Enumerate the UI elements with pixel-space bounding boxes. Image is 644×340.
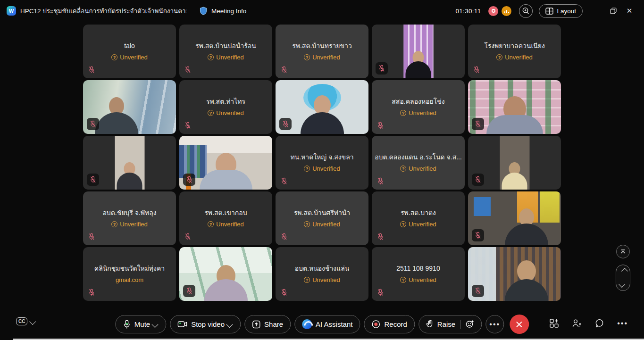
participant-status: ?Unverified (400, 276, 436, 283)
participant-tile[interactable]: talo?Unverified (83, 25, 176, 78)
mic-muted-icon (183, 174, 195, 186)
participant-tile[interactable] (179, 247, 272, 301)
mic-muted-icon (280, 177, 289, 186)
leave-meeting-button[interactable] (510, 315, 529, 334)
participant-status: ?Unverified (400, 109, 436, 116)
participant-name: รพ.สต.บ้านบ่อน้ำร้อน (195, 42, 256, 50)
toolbar: CC Mute Stop (0, 315, 644, 334)
mic-muted-icon (472, 229, 484, 241)
participant-tile[interactable] (468, 136, 561, 190)
share-button[interactable]: Share (244, 315, 291, 333)
participant-info: สสอ.คลองหอยโข่ง?Unverified (372, 80, 465, 134)
scroll-up-button[interactable] (621, 268, 627, 274)
participant-tile[interactable]: รพ.สต.บาตง?Unverified (372, 191, 465, 245)
mic-muted-icon (184, 121, 192, 131)
participant-status-label: Unverified (312, 276, 340, 283)
more-right-button[interactable]: ••• (617, 321, 628, 326)
participant-tile[interactable] (83, 136, 176, 190)
ai-assistant-label: AI Assistant (316, 320, 352, 328)
question-circle-icon: ? (208, 110, 214, 116)
question-circle-icon: ? (400, 221, 406, 227)
restore-button[interactable] (605, 4, 621, 18)
participant-tile[interactable] (276, 80, 368, 134)
participant-status-label: Unverified (312, 221, 340, 228)
participant-info: รพ.สต.เขากอบ?Unverified (179, 191, 272, 245)
close-button[interactable]: ✕ (621, 4, 637, 18)
mic-muted-icon (376, 62, 388, 75)
mute-button[interactable]: Mute (115, 315, 166, 333)
scroll-to-top-button[interactable] (616, 245, 630, 258)
layout-grid-icon (545, 8, 553, 15)
participant-tile[interactable]: รพ.สต.บ้านศรีท่าน้ำ?Unverified (276, 191, 368, 245)
mic-muted-icon (88, 66, 96, 75)
scroll-down-button[interactable] (619, 281, 625, 288)
ellipsis-icon: ••• (489, 322, 500, 327)
participant-tile[interactable]: อบต.ชัยบุรี จ.พัทลุง?Unverified (83, 191, 176, 245)
participant-info: อบต.คลองแดน อ.ระโนด จ.ส...?Unverified (372, 136, 465, 190)
captions-button[interactable]: CC (16, 317, 36, 325)
person-silhouette (492, 191, 561, 245)
page-scroller (616, 265, 630, 291)
participant-status-label: Unverified (409, 165, 436, 172)
mic-muted-icon (88, 288, 96, 298)
recording-indicator-icon[interactable] (488, 6, 498, 16)
participant-name: talo (124, 42, 135, 50)
stop-video-button[interactable]: Stop video (170, 315, 241, 333)
participant-tile[interactable]: รพ.สต.เขากอบ?Unverified (179, 191, 272, 245)
participant-tile[interactable] (468, 247, 561, 301)
participant-tile[interactable]: รพ.สต.ท่าไทร?Unverified (179, 80, 272, 134)
meeting-info-button[interactable]: Meeting Info (200, 7, 246, 15)
share-label: Share (264, 320, 283, 328)
mic-muted-icon (279, 118, 292, 130)
microphone-icon (123, 320, 131, 329)
participant-tile[interactable] (179, 136, 272, 190)
layout-button[interactable]: Layout (539, 4, 583, 18)
participant-info: คลินิกชุมชนวัดใหม่ทุ่งคาgmail.com (83, 247, 176, 301)
mic-muted-icon (280, 232, 289, 242)
minimize-button[interactable]: — (589, 4, 605, 18)
participant-tile[interactable]: อบต.คลองแดน อ.ระโนด จ.ส...?Unverified (372, 136, 465, 190)
participant-status: ?Unverified (496, 54, 533, 61)
apps-button[interactable] (549, 318, 559, 328)
emoji-reaction-icon[interactable] (465, 320, 474, 329)
participant-tile[interactable]: โรงพยาบาลควนเนียง?Unverified (468, 25, 561, 78)
participant-info: รพ.สต.บ้านศรีท่าน้ำ?Unverified (276, 191, 368, 245)
chat-button[interactable] (594, 318, 604, 328)
record-button[interactable]: Record (364, 315, 414, 333)
stop-video-label: Stop video (191, 320, 225, 328)
participant-tile[interactable] (83, 80, 176, 134)
participant-tile[interactable]: คลินิกชุมชนวัดใหม่ทุ่งคาgmail.com (83, 247, 176, 301)
meeting-title: HPC12 ประชุมขับเคลื่อนการทำบัตรประจำตัวเ… (20, 6, 186, 16)
participant-status-label: gmail.com (116, 276, 143, 283)
question-circle-icon: ? (304, 221, 310, 227)
participant-status-label: Unverified (505, 54, 533, 61)
ai-assistant-button[interactable]: AI Assistant (294, 315, 360, 333)
participant-info: โรงพยาบาลควนเนียง?Unverified (468, 25, 561, 78)
participant-status: ?Unverified (304, 54, 340, 61)
participant-tile[interactable]: อบต.หนองช้างแล่น?Unverified (276, 247, 368, 301)
mic-muted-icon (376, 121, 385, 131)
participant-tile[interactable]: ทน.หาดใหญ่ จ.สงขลา?Unverified (276, 136, 368, 190)
participant-status-label: Unverified (120, 54, 148, 61)
participant-info: รพ.สต.บ้านบ่อน้ำร้อน?Unverified (179, 25, 272, 78)
participant-tile[interactable] (468, 191, 561, 245)
participant-tile[interactable]: รพ.สต.บ้านบ่อน้ำร้อน?Unverified (179, 25, 272, 78)
magnifier-zoom-button[interactable] (519, 4, 533, 18)
raise-hand-icon (426, 320, 434, 329)
participant-tile[interactable] (468, 80, 561, 134)
participant-info: รพ.สต.บาตง?Unverified (372, 191, 465, 245)
question-circle-icon: ? (400, 166, 406, 172)
mic-muted-icon (87, 174, 99, 186)
raise-label: Raise (437, 320, 455, 328)
more-options-button[interactable]: ••• (485, 315, 504, 333)
raise-hand-button[interactable]: Raise (418, 315, 482, 333)
participant-tile[interactable]: สสอ.คลองหอยโข่ง?Unverified (372, 80, 465, 134)
participant-tile[interactable]: รพ.สต.บ้านทรายขาว?Unverified (276, 25, 368, 78)
participant-tile[interactable] (372, 25, 465, 78)
network-stats-icon[interactable] (502, 6, 511, 16)
participants-button[interactable] (572, 318, 582, 328)
mic-muted-icon (472, 285, 484, 297)
participant-tile[interactable]: 2511 108 9910?Unverified (372, 247, 465, 301)
participant-name: คลินิกชุมชนวัดใหม่ทุ่งคา (94, 265, 165, 272)
question-circle-icon: ? (400, 277, 406, 283)
